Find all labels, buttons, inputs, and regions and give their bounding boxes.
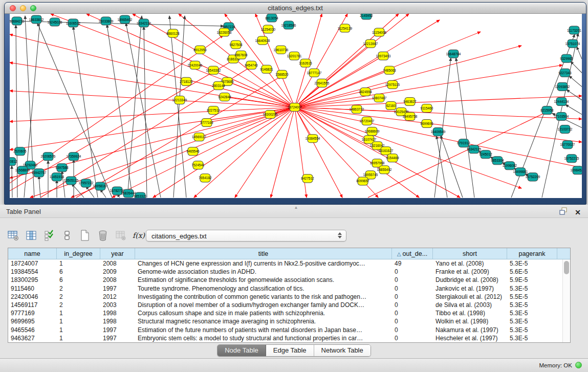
graph-node[interactable]: 2520605 xyxy=(13,147,27,156)
graph-node[interactable]: 16752209 xyxy=(526,173,540,181)
graph-node[interactable]: 2803144 xyxy=(212,81,225,90)
graph-node[interactable]: 2867608 xyxy=(234,51,248,59)
network-canvas[interactable]: 1668423318633812192450281160653216033809… xyxy=(10,14,582,198)
table-settings-icon[interactable] xyxy=(7,229,19,242)
graph-node[interactable]: 7524541 xyxy=(191,161,205,169)
graph-node[interactable]: 1588520 xyxy=(275,70,289,78)
graph-node[interactable]: 16770027 xyxy=(560,141,575,149)
tab-edge-table[interactable]: Edge Table xyxy=(266,345,314,356)
graph-node[interactable]: 9245012 xyxy=(479,150,492,159)
row-height-icon[interactable] xyxy=(61,229,73,242)
column-header-out-de-[interactable]: △out_de... xyxy=(392,248,433,259)
graph-node[interactable]: 9853321 xyxy=(134,192,147,198)
graph-node[interactable]: 16033809 xyxy=(99,17,114,25)
table-row[interactable]: 2242004622012Investigating the contribut… xyxy=(8,293,570,301)
graph-node[interactable]: 12975115 xyxy=(385,80,400,89)
table-selector-dropdown[interactable]: citations_edges.txt xyxy=(146,230,346,242)
graph-node[interactable]: 16684233 xyxy=(10,17,25,25)
graph-node[interactable]: 9242848 xyxy=(218,93,231,101)
table-scrollbar[interactable] xyxy=(562,259,570,342)
graph-node[interactable]: 3162615 xyxy=(299,59,312,67)
table-row[interactable]: 1830029562008Estimation of significance … xyxy=(8,276,570,284)
graph-node[interactable]: 8912953 xyxy=(193,46,207,54)
graph-node[interactable]: 12213349 xyxy=(172,96,187,104)
graph-node[interactable]: 18633812 xyxy=(29,15,44,24)
graph-node[interactable]: 16752215 xyxy=(564,155,579,163)
graph-node[interactable]: 16409549 xyxy=(431,128,446,136)
graph-node[interactable]: 14569117 xyxy=(192,133,207,141)
column-header-year[interactable]: year xyxy=(100,248,135,259)
graph-node[interactable]: 8813054 xyxy=(265,14,278,22)
table-row[interactable]: 911546021997Tourette syndrome. Phenomeno… xyxy=(8,285,570,293)
graph-node[interactable]: 11254139 xyxy=(338,24,353,32)
column-checklist-icon[interactable] xyxy=(43,229,55,242)
graph-node[interactable]: 10807487 xyxy=(372,94,387,102)
graph-node[interactable]: 3824554 xyxy=(359,87,372,96)
graph-node[interactable]: 9227343 xyxy=(558,69,572,77)
graph-node[interactable]: 19245028 xyxy=(48,18,62,26)
graph-node[interactable]: 10984523 xyxy=(571,166,582,174)
graph-node[interactable]: 13942757 xyxy=(32,169,47,177)
graph-node[interactable]: 9777169 xyxy=(200,119,213,127)
graph-node[interactable]: 13505115 xyxy=(64,177,79,185)
graph-node[interactable]: 9827508 xyxy=(229,40,243,49)
graph-node[interactable]: 12093852 xyxy=(555,82,570,91)
graph-node[interactable]: 8227512 xyxy=(207,106,220,115)
graph-node[interactable]: 15751074 xyxy=(565,39,580,48)
graph-node[interactable]: 13201781 xyxy=(287,52,302,60)
memory-indicator[interactable]: Memory: OK xyxy=(539,362,582,368)
graph-node[interactable]: 8860128 xyxy=(166,29,180,37)
graph-node[interactable]: 7654182 xyxy=(199,174,212,182)
graph-node[interactable]: 11173201 xyxy=(567,26,581,34)
graph-node[interactable]: 9154469 xyxy=(386,154,399,162)
graph-node[interactable]: 14863722 xyxy=(350,105,364,113)
column-header-short[interactable]: short xyxy=(433,248,507,259)
table-row[interactable]: 969969511998Structural magnetic resonanc… xyxy=(8,317,570,325)
graph-node[interactable]: 18777147 xyxy=(307,69,322,77)
float-panel-icon[interactable] xyxy=(559,207,568,217)
graph-node[interactable]: 16648784 xyxy=(446,50,461,58)
new-table-icon[interactable] xyxy=(79,229,91,242)
column-header-name[interactable]: name xyxy=(8,248,57,259)
table-column-icon[interactable] xyxy=(25,229,37,242)
graph-node[interactable]: 9329965 xyxy=(560,54,573,62)
graph-node[interactable]: 19610736 xyxy=(274,46,289,54)
graph-node[interactable]: 9397588 xyxy=(55,164,69,172)
graph-node[interactable]: 12444134 xyxy=(554,97,569,105)
graph-node[interactable]: 9115460 xyxy=(421,104,433,112)
graph-node[interactable]: 8099657 xyxy=(356,177,369,185)
graph-node[interactable]: 12103722 xyxy=(558,125,573,134)
graph-node[interactable]: 9465546 xyxy=(186,147,200,156)
table-row[interactable]: 1456911722003Disruption of a novel membe… xyxy=(8,301,570,309)
graph-node[interactable]: 7485063 xyxy=(383,66,396,74)
graph-node[interactable]: 2718120 xyxy=(180,77,193,85)
graph-node[interactable]: 2145952 xyxy=(360,14,373,19)
close-panel-icon[interactable]: ✕ xyxy=(575,208,581,216)
graph-node[interactable]: 15720407 xyxy=(360,117,375,125)
graph-node[interactable]: 11154008 xyxy=(372,28,386,36)
import-table-icon[interactable] xyxy=(115,229,127,242)
column-header-in-degree[interactable]: in_degree xyxy=(57,248,100,259)
graph-node[interactable]: 20206576 xyxy=(41,152,56,161)
window-titlebar[interactable]: citations_edges.txt xyxy=(5,3,586,14)
graph-node[interactable]: 11606532 xyxy=(66,19,81,27)
table-row[interactable]: 946362711997Embryonic stem cells: a mode… xyxy=(8,334,570,342)
table-row[interactable]: 977716911998Corpus callosum shape and si… xyxy=(8,309,570,317)
graph-node[interactable]: 9146821 xyxy=(260,65,273,73)
graph-node[interactable]: 10688609 xyxy=(365,127,380,136)
graph-node[interactable]: 8427512 xyxy=(301,174,314,183)
splitter-handle-icon[interactable]: ▲ xyxy=(294,205,298,210)
column-header-pagerank[interactable]: pagerank xyxy=(507,248,557,259)
graph-node[interactable]: 18965402 xyxy=(118,15,133,24)
graph-node[interactable]: 11996082 xyxy=(503,162,517,170)
graph-node[interactable]: 16342110 xyxy=(137,19,151,27)
tab-network-table[interactable]: Network Table xyxy=(314,345,371,356)
graph-node[interactable]: 8454743 xyxy=(245,61,258,69)
tab-node-table[interactable]: Node Table xyxy=(217,345,266,356)
graph-node[interactable]: 8215958 xyxy=(540,106,554,115)
table-row[interactable]: 1938455462009Genome-wide association stu… xyxy=(8,268,570,276)
graph-node[interactable]: 1350812 xyxy=(10,158,17,166)
graph-node[interactable]: 17103504 xyxy=(554,113,569,121)
table-row[interactable]: 1872400712008Changes of HCN gene express… xyxy=(8,259,570,268)
table-row[interactable]: 946554611997Estimation of the future num… xyxy=(8,326,570,334)
